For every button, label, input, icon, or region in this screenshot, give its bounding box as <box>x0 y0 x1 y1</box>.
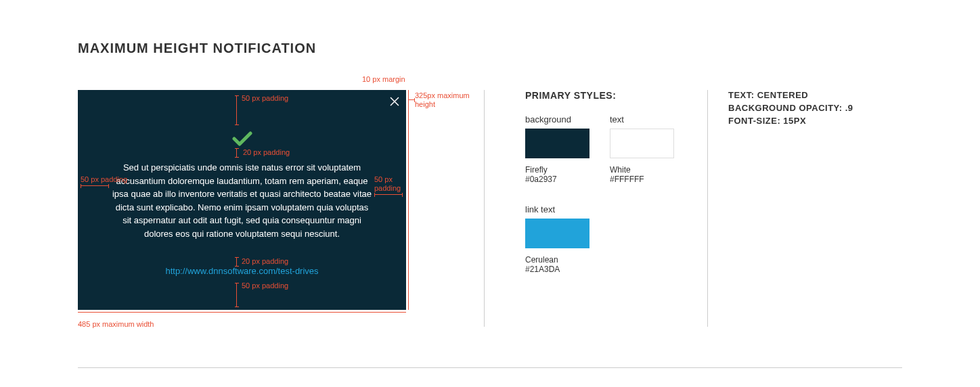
annotation-bottom-rule <box>78 312 406 313</box>
checkmark-icon <box>232 131 252 147</box>
swatch-row-2: link text Cerulean #21A3DA <box>525 204 707 274</box>
swatch-color-cerulean <box>525 219 589 248</box>
annotation-pad-bottom: 50 px padding <box>242 281 288 290</box>
swatch-link: link text Cerulean #21A3DA <box>525 204 589 274</box>
primary-styles-column: PRIMARY STYLES: background Firefly #0a29… <box>484 90 707 327</box>
section-divider <box>78 367 902 368</box>
annotation-pad-icon-body: 20 px padding <box>242 148 290 157</box>
swatch-color-firefly <box>525 129 589 158</box>
swatch-label: link text <box>525 204 589 214</box>
annotation-right-rule <box>408 90 409 310</box>
content-row: 10 px margin Sed ut perspiciatis unde om… <box>78 90 902 327</box>
swatch-text: text White #FFFFFF <box>610 114 674 184</box>
swatch-row-1: background Firefly #0a2937 text White #F… <box>525 114 707 184</box>
annotation-pad-right: 50 px padding <box>374 175 406 195</box>
annotation-pad-top: 50 px padding <box>242 94 288 103</box>
notification-wrap: Sed ut perspiciatis unde omnis iste natu… <box>78 90 406 310</box>
swatch-label: text <box>610 114 674 124</box>
notification-panel: Sed ut perspiciatis unde omnis iste natu… <box>78 90 406 310</box>
swatch-name: Cerulean <box>525 255 589 265</box>
spec-bg-opacity: BACKGROUND OPACITY: .9 <box>728 103 904 113</box>
notification-example-column: 10 px margin Sed ut perspiciatis unde om… <box>78 90 484 310</box>
swatch-label: background <box>525 114 589 124</box>
page-title: MAXIMUM HEIGHT NOTIFICATION <box>78 41 902 56</box>
swatch-name: Firefly <box>525 165 589 175</box>
swatch-background: background Firefly #0a2937 <box>525 114 589 184</box>
spec-text-centered: TEXT: CENTERED <box>728 90 904 100</box>
swatch-hex: #0a2937 <box>525 175 589 184</box>
annotation-max-height: 325px maximum height <box>415 91 476 109</box>
spec-font-size: FONT-SIZE: 15PX <box>728 116 904 126</box>
annotation-top-margin: 10 px margin <box>362 75 405 84</box>
swatch-color-white <box>610 129 674 158</box>
annotation-pad-body-link: 20 px padding <box>242 257 288 266</box>
annotation-pad-left: 50 px padding <box>81 175 127 186</box>
annotation-max-width: 485 px maximum width <box>78 320 154 329</box>
close-icon[interactable] <box>390 97 399 106</box>
swatch-hex: #FFFFFF <box>610 175 674 184</box>
primary-styles-heading: PRIMARY STYLES: <box>525 90 707 101</box>
swatch-name: White <box>610 165 674 175</box>
notification-link[interactable]: http://www.dnnsoftware.com/test-drives <box>112 266 372 276</box>
swatch-hex: #21A3DA <box>525 265 589 274</box>
notification-body-text: Sed ut perspiciatis unde omnis iste natu… <box>112 161 372 240</box>
specs-column: TEXT: CENTERED BACKGROUND OPACITY: .9 FO… <box>707 90 904 327</box>
